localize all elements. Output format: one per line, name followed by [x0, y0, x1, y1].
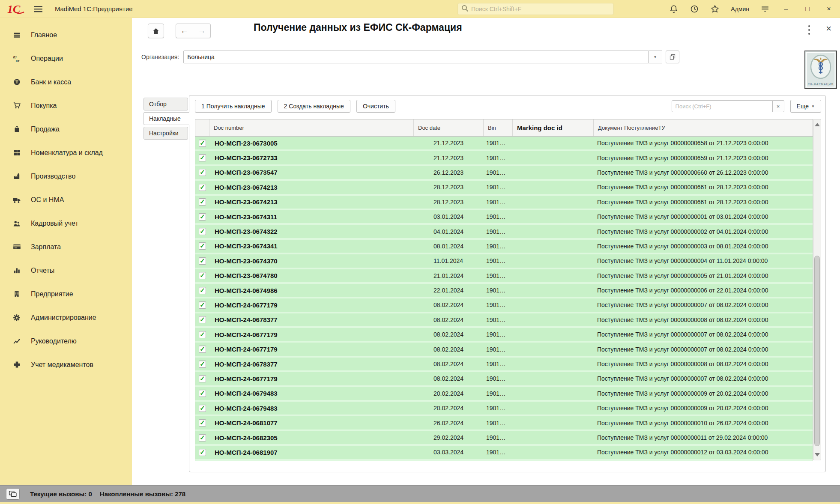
minimize-icon[interactable]: –	[781, 0, 791, 18]
svg-text:СК-ФАРМАЦИЯ: СК-ФАРМАЦИЯ	[808, 83, 834, 86]
table-row[interactable]: ✓ НО-МСП-23-0674341 08.01.2024 1901… Пос…	[195, 240, 813, 254]
sidebar-item[interactable]: Отчеты	[0, 259, 132, 282]
sidebar-item[interactable]: Покупка	[0, 94, 132, 117]
column-header[interactable]: Marking doc id	[513, 119, 594, 136]
form-tab[interactable]: Настройки	[143, 127, 188, 140]
row-checkbox[interactable]: ✓	[199, 169, 206, 176]
row-checkbox[interactable]: ✓	[199, 228, 206, 235]
row-checkbox[interactable]: ✓	[199, 390, 206, 397]
row-checkbox[interactable]: ✓	[199, 419, 206, 426]
row-checkbox[interactable]: ✓	[199, 375, 206, 382]
sidebar-item[interactable]: Учет медикаментов	[0, 353, 132, 376]
row-checkbox[interactable]: ✓	[199, 434, 206, 441]
sidebar-item[interactable]: Руководителю	[0, 329, 132, 353]
row-checkbox[interactable]: ✓	[199, 154, 206, 161]
table-row[interactable]: ✓ НО-МСП-23-0673547 26.12.2023 1901… Пос…	[195, 166, 813, 181]
get-invoices-button[interactable]: 1 Получить накладные	[195, 100, 272, 113]
row-checkbox[interactable]: ✓	[199, 140, 206, 147]
form-tab[interactable]: Накладные	[143, 112, 189, 125]
organization-open-icon[interactable]	[666, 51, 679, 63]
row-checkbox[interactable]: ✓	[199, 361, 206, 368]
forward-button[interactable]: →	[193, 24, 211, 38]
row-checkbox[interactable]: ✓	[199, 257, 206, 265]
table-search-input[interactable]	[672, 100, 773, 112]
row-checkbox[interactable]: ✓	[199, 331, 206, 338]
clear-search-icon[interactable]: ×	[773, 100, 784, 112]
row-checkbox[interactable]: ✓	[199, 316, 206, 323]
table-row[interactable]: ✓ НО-МСП-24-0679483 20.02.2024 1901… Пос…	[195, 387, 813, 402]
scroll-up-icon[interactable]	[815, 123, 820, 126]
close-window-icon[interactable]: ×	[824, 0, 834, 18]
row-checkbox[interactable]: ✓	[199, 346, 206, 353]
form-tab[interactable]: Отбор	[143, 98, 188, 110]
history-clock-icon[interactable]	[690, 4, 699, 14]
table-row[interactable]: ✓ НО-МСП-24-0677179 08.02.2024 1901… Пос…	[195, 372, 813, 387]
column-header[interactable]: Doc number	[209, 119, 414, 136]
sidebar-item[interactable]: Банк и касса	[0, 70, 132, 94]
row-checkbox[interactable]: ✓	[199, 405, 206, 412]
table-row[interactable]: ✓ НО-МСП-24-0674986 22.01.2024 1901… Пос…	[195, 284, 813, 298]
notifications-bell-icon[interactable]	[669, 4, 679, 14]
sidebar-item[interactable]: Номенклатура и склад	[0, 141, 132, 164]
sidebar-item[interactable]: ОС и НМА	[0, 188, 132, 212]
organization-input[interactable]	[183, 51, 649, 63]
sidebar-item[interactable]: Продажа	[0, 117, 132, 141]
row-checkbox[interactable]: ✓	[199, 449, 206, 456]
organization-dropdown-icon[interactable]: ▼	[649, 51, 662, 63]
sidebar-item[interactable]: ДтКт Операции	[0, 47, 132, 70]
column-header[interactable]: Документ ПоступлениеТУ	[594, 119, 813, 136]
table-row[interactable]: ✓ НО-МСП-23-0674213 28.12.2023 1901… Пос…	[195, 196, 813, 210]
table-row[interactable]: ✓ НО-МСП-24-0678377 08.02.2024 1901… Пос…	[195, 358, 813, 372]
client-calls-icon[interactable]	[6, 488, 20, 500]
table-row[interactable]: ✓ НО-МСП-24-0679483 20.02.2024 1901… Пос…	[195, 402, 813, 416]
table-row[interactable]: ✓ НО-МСП-23-0674311 03.01.2024 1901… Пос…	[195, 210, 813, 225]
row-checkbox[interactable]: ✓	[199, 242, 206, 250]
table-row[interactable]: ✓ НО-МСП-24-0677179 08.02.2024 1901… Пос…	[195, 328, 813, 343]
sidebar-item[interactable]: Кадровый учет	[0, 212, 132, 235]
more-button[interactable]: Еще▼	[790, 100, 821, 113]
close-form-button[interactable]: ×	[826, 23, 831, 34]
table-row[interactable]: ✓ НО-МСП-23-0672733 21.12.2023 1901… Пос…	[195, 151, 813, 166]
table-row[interactable]: ✓ НО-МСП-23-0674780 21.01.2024 1901… Пос…	[195, 269, 813, 284]
clear-button[interactable]: Очистить	[356, 100, 395, 113]
row-checkbox[interactable]: ✓	[199, 184, 206, 191]
maximize-icon[interactable]: □	[802, 0, 813, 18]
home-button[interactable]	[148, 24, 164, 38]
service-menu-icon[interactable]	[760, 4, 770, 14]
table-row[interactable]: ✓ НО-МСП-24-0677179 08.02.2024 1901… Пос…	[195, 343, 813, 357]
table-row[interactable]: ✓ НО-МСП-23-0674213 28.12.2023 1901… Пос…	[195, 181, 813, 195]
scrollbar-thumb[interactable]	[814, 256, 820, 446]
user-name[interactable]: Админ	[731, 6, 749, 12]
marking-doc-id-cell	[513, 137, 594, 149]
scroll-down-icon[interactable]	[815, 453, 820, 456]
table-row[interactable]: ✓ НО-МСП-24-0677179 08.02.2024 1901… Пос…	[195, 298, 813, 313]
sidebar-item[interactable]: Главное	[0, 23, 132, 47]
table-row[interactable]: ✓ НО-МСП-23-0674322 04.01.2024 1901… Пос…	[195, 225, 813, 239]
sidebar-item[interactable]: Зарплата	[0, 235, 132, 259]
row-checkbox[interactable]: ✓	[199, 287, 206, 294]
column-header[interactable]: Doc date	[414, 119, 484, 136]
row-checkbox[interactable]: ✓	[199, 213, 206, 221]
back-button[interactable]: ←	[176, 24, 193, 38]
global-search[interactable]	[457, 3, 614, 15]
row-checkbox[interactable]: ✓	[199, 301, 206, 309]
row-checkbox[interactable]: ✓	[199, 272, 206, 279]
sidebar-item[interactable]: Предприятие	[0, 282, 132, 306]
more-menu-icon[interactable]	[805, 24, 813, 36]
table-row[interactable]: ✓ НО-МСП-24-0681907 03.03.2024 1901… Пос…	[195, 446, 813, 460]
column-header[interactable]: Bin	[484, 119, 513, 136]
row-checkbox[interactable]: ✓	[199, 198, 206, 206]
doc-number-cell: НО-МСП-23-0673005	[209, 137, 414, 149]
favorites-star-icon[interactable]	[710, 4, 720, 14]
table-row[interactable]: ✓ НО-МСП-24-0682305 29.02.2024 1901… Пос…	[195, 431, 813, 446]
table-row[interactable]: ✓ НО-МСП-23-0673005 21.12.2023 1901… Пос…	[195, 137, 813, 151]
table-row[interactable]: ✓ НО-МСП-24-0678377 08.02.2024 1901… Пос…	[195, 313, 813, 328]
table-row[interactable]: ✓ НО-МСП-24-0681077 26.02.2024 1901… Пос…	[195, 416, 813, 431]
sidebar-item[interactable]: Администрирование	[0, 306, 132, 329]
vertical-scrollbar[interactable]	[813, 119, 821, 460]
sidebar-item[interactable]: Производство	[0, 164, 132, 188]
hamburger-menu-icon[interactable]	[33, 5, 44, 13]
create-invoices-button[interactable]: 2 Создать накладные	[278, 100, 350, 113]
global-search-input[interactable]	[471, 6, 610, 12]
table-row[interactable]: ✓ НО-МСП-23-0674370 11.01.2024 1901… Пос…	[195, 254, 813, 269]
